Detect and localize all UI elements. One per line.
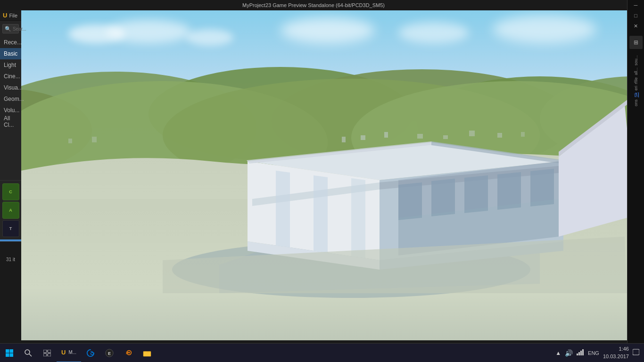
search-button[interactable] (19, 344, 38, 362)
category-geometry[interactable]: Geom... (0, 93, 21, 105)
search-icon (25, 349, 32, 357)
right-panel-icon-1[interactable]: ⊞ (629, 36, 643, 49)
clock-date: 10.03.2017 (603, 353, 629, 360)
asset-manager-button[interactable]: A (2, 202, 19, 219)
svg-rect-41 (497, 133, 502, 138)
svg-rect-45 (6, 349, 9, 353)
right-panel-text-rfile[interactable]: rfile (634, 77, 638, 84)
ue4-taskbar-label: M... (68, 350, 76, 355)
right-panel-text-eri[interactable]: eri (634, 86, 638, 90)
svg-rect-63 (578, 352, 580, 355)
place-panel-header: U File (0, 10, 21, 21)
categories-list: Rece... Basic Light Cine... Visua... Geo… (0, 37, 21, 127)
taskbar: U M... E ▲ 🔊 (0, 343, 644, 362)
svg-rect-44 (92, 137, 97, 142)
blender-icon (124, 349, 132, 357)
content-browser-button[interactable]: C (2, 183, 19, 200)
svg-rect-36 (361, 135, 365, 140)
svg-rect-38 (417, 134, 423, 139)
svg-rect-35 (342, 137, 346, 142)
svg-rect-66 (633, 349, 639, 355)
main-viewport[interactable] (21, 10, 627, 340)
svg-text:E: E (108, 351, 111, 355)
file-explorer-button[interactable] (138, 344, 157, 362)
svg-marker-22 (351, 178, 365, 258)
svg-rect-39 (443, 135, 448, 139)
maximize-button[interactable]: □ (627, 10, 644, 21)
place-panel: U File 🔍 Sear... Rece... Basic Light Cin… (0, 10, 21, 265)
svg-point-49 (25, 350, 30, 354)
right-panel-text-ons[interactable]: ons (634, 99, 638, 107)
task-view-icon (43, 350, 51, 356)
taskbar-ue4-item[interactable]: U M... (57, 344, 81, 362)
window-controls: ─ □ ✕ ⊞ sou... all... rfile eri Sk ons (627, 0, 644, 362)
status-count: 31 it (6, 257, 15, 262)
right-panel-link-sk[interactable]: Sk (634, 92, 638, 98)
svg-rect-42 (521, 132, 525, 137)
svg-rect-65 (582, 349, 584, 355)
svg-rect-62 (577, 354, 578, 355)
title-bar: MyProject23 Game Preview Standalone (64-… (0, 0, 627, 10)
clock-time: 1:46 (603, 346, 629, 353)
close-button[interactable]: ✕ (627, 21, 644, 31)
svg-rect-52 (48, 350, 51, 353)
window-title: MyProject23 Game Preview Standalone (64-… (242, 2, 385, 8)
start-button[interactable] (0, 344, 19, 362)
minimize-button[interactable]: ─ (627, 0, 644, 10)
search-icon: 🔍 (5, 26, 11, 32)
edge-browser-button[interactable] (81, 344, 100, 362)
sidebar-bottom: C A T (0, 180, 21, 241)
clock[interactable]: 1:46 10.03.2017 (603, 346, 629, 360)
category-all-classes[interactable]: All Cl... (0, 116, 21, 127)
taskbar-tray: ▲ 🔊 ENG 1:46 10.03.2017 (555, 346, 644, 360)
ue4-logo-text: U (3, 12, 7, 19)
svg-rect-47 (6, 353, 9, 357)
task-view-button[interactable] (38, 344, 57, 362)
svg-rect-64 (580, 351, 582, 355)
speaker-icon[interactable]: 🔊 (565, 349, 573, 357)
svg-rect-54 (48, 354, 51, 356)
edge-icon (86, 349, 95, 357)
right-panel-text-all[interactable]: all... (634, 67, 638, 75)
epic-launcher-button[interactable]: E (100, 344, 119, 362)
search-box[interactable]: 🔍 Sear... (2, 24, 19, 33)
search-placeholder: Sear... (13, 26, 26, 32)
svg-point-58 (128, 352, 130, 354)
network-svg-icon (577, 349, 584, 355)
category-cinematic[interactable]: Cine... (0, 71, 21, 82)
network-icon[interactable] (577, 349, 584, 357)
blender-button[interactable] (119, 344, 138, 362)
ue4-taskbar-icon: U (61, 349, 66, 356)
category-basic[interactable]: Basic (0, 48, 21, 59)
svg-line-60 (126, 352, 129, 353)
svg-rect-37 (384, 132, 388, 138)
category-recently-placed[interactable]: Rece... (0, 37, 21, 48)
svg-marker-20 (276, 171, 290, 255)
notification-button[interactable] (633, 348, 639, 357)
svg-rect-43 (68, 139, 72, 143)
category-volumes[interactable]: Volu... (0, 105, 21, 116)
svg-marker-21 (314, 175, 328, 257)
svg-rect-53 (43, 354, 47, 356)
status-bar: 31 it (0, 241, 21, 265)
right-panel-text-sou[interactable]: sou... (634, 55, 638, 66)
svg-line-50 (29, 354, 32, 356)
notification-icon (633, 348, 639, 356)
file-explorer-icon (143, 349, 151, 357)
windows-logo-icon (5, 349, 14, 357)
language-indicator[interactable]: ENG (588, 350, 599, 356)
mode-button[interactable]: T (2, 220, 19, 237)
epic-icon: E (105, 349, 114, 357)
terrain-svg (21, 10, 627, 340)
tray-chevron[interactable]: ▲ (555, 350, 561, 356)
file-menu[interactable]: File (9, 13, 17, 18)
category-visual-effects[interactable]: Visua... (0, 82, 21, 93)
svg-rect-46 (10, 349, 14, 353)
category-lights[interactable]: Light (0, 59, 21, 71)
svg-rect-40 (469, 131, 475, 136)
svg-rect-48 (10, 353, 14, 357)
svg-rect-51 (43, 350, 47, 353)
